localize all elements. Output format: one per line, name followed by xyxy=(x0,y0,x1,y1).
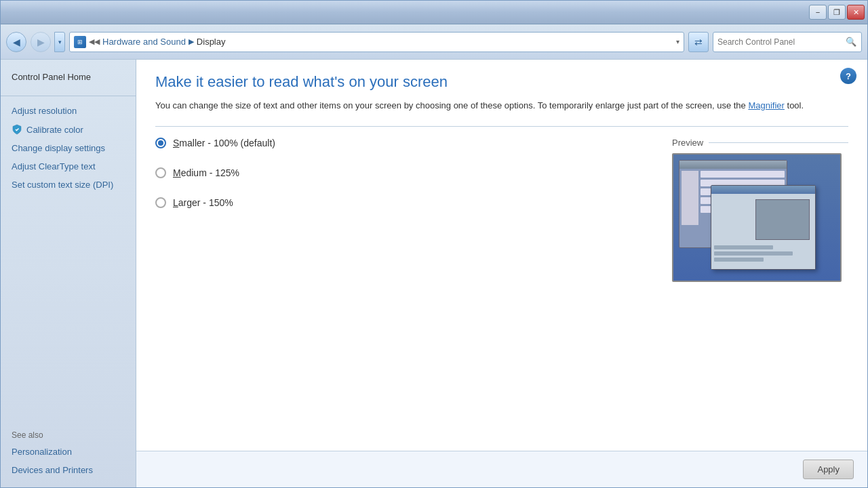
radio-larger-circle[interactable] xyxy=(155,197,166,208)
preview-front-window xyxy=(711,185,816,270)
sidebar-item-devices-printers[interactable]: Devices and Printers xyxy=(1,461,136,479)
preview-big-block xyxy=(755,199,810,240)
forward-button[interactable]: ▶ xyxy=(31,32,51,52)
content-description: You can change the size of text and othe… xyxy=(155,99,848,113)
preview-area: Preview xyxy=(672,138,848,282)
content-divider xyxy=(155,126,848,127)
search-button[interactable]: 🔍 xyxy=(845,36,857,48)
breadcrumb-bar: ⊞ ◀◀ Hardware and Sound ▶ Display ▾ xyxy=(69,32,684,52)
radio-smaller-circle[interactable] xyxy=(155,138,166,148)
sidebar-item-cleartype[interactable]: Adjust ClearType text xyxy=(1,157,136,176)
option-medium[interactable]: Medium - 125% xyxy=(155,167,645,178)
sidebar-item-personalization[interactable]: Personalization xyxy=(1,443,136,461)
preview-back-sidebar xyxy=(682,171,698,225)
options-area: Smaller - 100% (default) Medium - 125% xyxy=(155,138,848,282)
restore-button[interactable]: ❐ xyxy=(828,5,846,20)
sidebar-item-home[interactable]: Control Panel Home xyxy=(1,68,136,86)
radio-medium-circle[interactable] xyxy=(155,167,166,178)
bottom-bar: Apply xyxy=(136,451,867,487)
refresh-button[interactable]: ⇄ xyxy=(688,32,709,52)
minimize-button[interactable]: − xyxy=(809,5,827,20)
sidebar: Control Panel Home Adjust resolution Cal… xyxy=(1,60,136,487)
search-bar: 🔍 xyxy=(713,32,862,52)
smaller-underline: S xyxy=(173,138,179,148)
option-smaller[interactable]: Smaller - 100% (default) xyxy=(155,138,645,148)
sidebar-item-change-display[interactable]: Change display settings xyxy=(1,139,136,157)
see-also-title: See also xyxy=(1,425,136,443)
preview-back-titlestrip xyxy=(679,161,787,169)
description-text-1: You can change the size of text and othe… xyxy=(155,100,746,110)
titlebar: − ❐ ✕ xyxy=(1,1,867,24)
breadcrumb-arrow: ▶ xyxy=(189,37,194,46)
search-input[interactable] xyxy=(717,37,842,47)
option-smaller-label: Smaller - 100% (default) xyxy=(173,138,275,148)
preview-text-lines xyxy=(714,243,812,262)
breadcrumb-back-sep: ◀◀ xyxy=(89,37,100,46)
radio-options: Smaller - 100% (default) Medium - 125% xyxy=(155,138,645,208)
window-controls: − ❐ ✕ xyxy=(809,5,865,20)
preview-header-line xyxy=(709,142,848,143)
page-title: Make it easier to read what's on your sc… xyxy=(155,73,848,91)
preview-front-titlestrip xyxy=(711,186,815,194)
calibrate-color-label: Calibrate color xyxy=(26,125,83,135)
preview-front-body xyxy=(711,194,815,269)
breadcrumb-dropdown-button[interactable]: ▾ xyxy=(676,38,679,45)
preview-back-row-1 xyxy=(701,171,785,178)
navbar: ◀ ▶ ▾ ⊞ ◀◀ Hardware and Sound ▶ Display … xyxy=(1,24,867,60)
magnifier-link[interactable]: Magnifier xyxy=(748,100,784,110)
sidebar-divider-1 xyxy=(1,96,136,96)
content-panel: ? Make it easier to read what's on your … xyxy=(136,60,867,487)
preview-header: Preview xyxy=(672,138,848,148)
close-button[interactable]: ✕ xyxy=(847,5,865,20)
sidebar-item-calibrate-color[interactable]: Calibrate color xyxy=(1,120,136,139)
preview-line-1 xyxy=(714,245,773,249)
breadcrumb-display: Display xyxy=(197,37,226,47)
apply-button[interactable]: Apply xyxy=(803,460,854,479)
sidebar-item-dpi[interactable]: Set custom text size (DPI) xyxy=(1,176,136,194)
help-button[interactable]: ? xyxy=(840,68,856,84)
medium-underline: M xyxy=(173,167,181,178)
option-medium-label: Medium - 125% xyxy=(173,167,239,178)
larger-underline: L xyxy=(173,197,178,208)
option-larger[interactable]: Larger - 150% xyxy=(155,197,645,208)
main-area: Control Panel Home Adjust resolution Cal… xyxy=(1,60,867,487)
sidebar-item-adjust-resolution[interactable]: Adjust resolution xyxy=(1,102,136,120)
shield-icon xyxy=(12,124,22,135)
history-dropdown-button[interactable]: ▾ xyxy=(54,32,65,52)
description-text-3: tool. xyxy=(787,100,804,110)
option-larger-label: Larger - 150% xyxy=(173,197,233,208)
main-window: − ❐ ✕ ◀ ▶ ▾ ⊞ ◀◀ Hardware and Sound ▶ Di… xyxy=(0,0,868,488)
preview-label: Preview xyxy=(672,138,703,148)
radio-smaller-dot xyxy=(158,140,163,146)
preview-line-3 xyxy=(714,258,764,262)
breadcrumb-hardware-sound[interactable]: Hardware and Sound xyxy=(102,37,186,47)
preview-line-2 xyxy=(714,251,793,256)
back-button[interactable]: ◀ xyxy=(6,32,26,52)
breadcrumb-icon: ⊞ xyxy=(74,36,86,48)
preview-image xyxy=(672,153,842,282)
